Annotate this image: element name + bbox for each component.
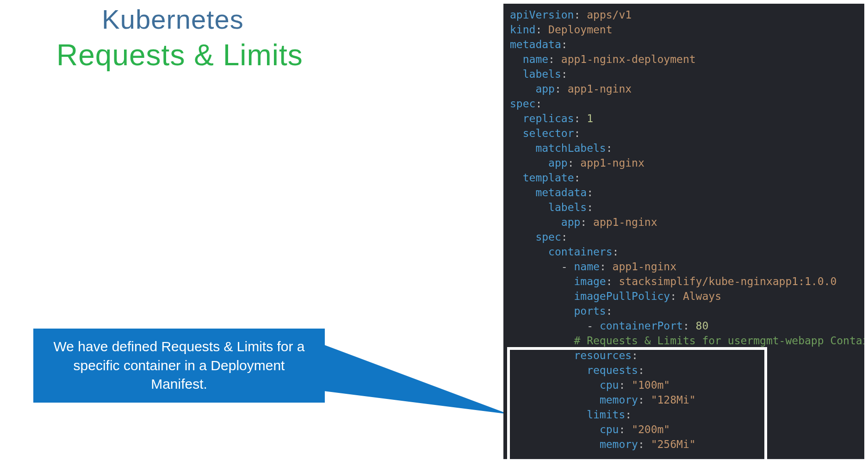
- yaml-key: apiVersion: [510, 9, 574, 21]
- yaml-value: "256Mi": [651, 438, 696, 450]
- yaml-key: memory: [600, 438, 638, 450]
- yaml-value: "100m": [632, 379, 670, 391]
- yaml-key: replicas: [523, 112, 574, 124]
- yaml-key: requests: [587, 364, 638, 376]
- yaml-key: cpu: [600, 423, 619, 435]
- yaml-key: template: [523, 172, 574, 184]
- yaml-value: "200m": [632, 423, 670, 435]
- yaml-value: 80: [696, 320, 709, 332]
- yaml-value: app1-nginx-deployment: [561, 53, 696, 65]
- callout-box: We have defined Requests & Limits for a …: [33, 329, 325, 403]
- yaml-key: limits: [587, 409, 625, 421]
- yaml-key: app: [535, 83, 555, 95]
- yaml-key: name: [574, 261, 599, 273]
- yaml-value: app1-nginx: [580, 157, 644, 169]
- yaml-key: app: [561, 216, 581, 228]
- yaml-key: selector: [523, 127, 574, 139]
- yaml-key: spec: [510, 98, 535, 110]
- callout-text: We have defined Requests & Limits for a …: [47, 337, 311, 394]
- yaml-value: app1-nginx: [593, 216, 657, 228]
- title-line-2: Requests & Limits: [56, 38, 303, 72]
- slide: Kubernetes Requests & Limits We have def…: [0, 0, 868, 460]
- yaml-value: stacksimplify/kube-nginxapp1:1.0.0: [619, 275, 837, 287]
- yaml-key: image: [574, 275, 606, 287]
- yaml-key: imagePullPolicy: [574, 290, 670, 302]
- yaml-value: apps/v1: [587, 9, 632, 21]
- yaml-key: cpu: [600, 379, 619, 391]
- yaml-key: kind: [510, 24, 535, 36]
- yaml-value: Deployment: [548, 24, 612, 36]
- yaml-value: app1-nginx: [613, 261, 676, 273]
- yaml-comment: # Requests & Limits for usermgmt-webapp …: [574, 335, 864, 347]
- yaml-key: spec: [535, 231, 561, 243]
- yaml-key: memory: [600, 394, 638, 406]
- title-line-1: Kubernetes: [102, 4, 244, 35]
- yaml-key: labels: [523, 68, 561, 80]
- yaml-key: matchLabels: [535, 142, 606, 154]
- yaml-key: labels: [548, 201, 587, 213]
- yaml-value: app1-nginx: [568, 83, 632, 95]
- yaml-value: 1: [587, 112, 593, 124]
- yaml-key: name: [523, 53, 548, 65]
- yaml-key: app: [548, 157, 568, 169]
- yaml-key: metadata: [510, 38, 561, 50]
- yaml-key: ports: [574, 305, 606, 317]
- yaml-code-block: apiVersion: apps/v1 kind: Deployment met…: [503, 4, 864, 459]
- yaml-key: containerPort: [600, 320, 683, 332]
- yaml-key: resources: [574, 349, 632, 361]
- callout-arrow: [324, 331, 509, 437]
- yaml-key: containers: [548, 246, 612, 258]
- yaml-value: "128Mi": [651, 394, 696, 406]
- yaml-key: metadata: [535, 186, 587, 199]
- svg-marker-0: [324, 345, 509, 414]
- yaml-value: Always: [683, 290, 721, 302]
